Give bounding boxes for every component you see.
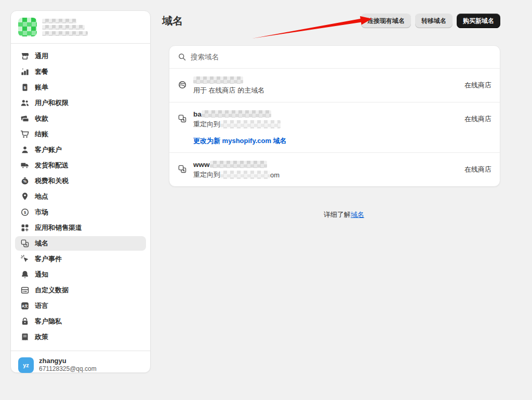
page-title: 域名 — [162, 14, 183, 28]
sidebar-item-locations[interactable]: 地点 — [15, 189, 146, 204]
sidebar-item-label: 市场 — [35, 208, 48, 217]
billing-icon: $ — [20, 83, 30, 92]
search-icon — [178, 53, 187, 61]
user-profile: yz zhangyu 671128325@qq.com — [11, 351, 150, 379]
redacted-redirect-target — [220, 120, 281, 128]
payments-icon — [20, 114, 30, 123]
sidebar-item-label: 通用 — [35, 51, 48, 61]
store-logo — [18, 18, 37, 36]
svg-text:$: $ — [24, 85, 26, 90]
settings-nav: 通用套餐$账单用户和权限收款结账客户账户发货和配送%税费和关税地点$市场应用和销… — [11, 44, 150, 351]
sidebar-item-customer-accounts[interactable]: 客户账户 — [15, 143, 146, 157]
redacted-redirect-target — [220, 171, 270, 179]
learn-more-domains-link[interactable]: 域名 — [351, 211, 364, 218]
sidebar-item-billing[interactable]: $账单 — [15, 80, 146, 95]
users-icon — [20, 98, 30, 108]
sidebar-item-label: 通知 — [35, 270, 48, 279]
avatar: yz — [18, 357, 34, 373]
sidebar-item-custom-data[interactable]: 自定义数据 — [15, 283, 146, 298]
search-domains-input[interactable] — [191, 53, 491, 61]
sidebar-item-label: 政策 — [35, 332, 48, 342]
sidebar-item-label: 地点 — [35, 192, 48, 201]
sidebar-item-label: 税费和关税 — [35, 176, 69, 186]
sidebar-item-policies[interactable]: 政策 — [15, 330, 146, 344]
sidebar-item-label: 收款 — [35, 114, 48, 123]
user-name: zhangyu — [39, 357, 97, 365]
domain-target-label: 在线商店 — [464, 165, 491, 174]
domain-list: 用于 在线商店 的主域名在线商店ba重定向到更改为新 myshopify.com… — [169, 69, 500, 186]
location-pin-icon — [20, 192, 30, 201]
sidebar-item-domains[interactable]: 域名 — [15, 236, 146, 251]
domain-target-label: 在线商店 — [464, 114, 491, 124]
money-bag-icon: % — [20, 176, 30, 186]
redacted-domain-name — [210, 161, 267, 168]
bell-icon — [20, 270, 30, 279]
markets-globe-icon: $ — [20, 208, 30, 217]
sidebar-item-label: 结账 — [35, 130, 48, 139]
store-header — [11, 11, 150, 44]
domain-row[interactable]: 用于 在线商店 的主域名在线商店 — [169, 69, 500, 102]
search-row — [169, 46, 500, 69]
sidebar-item-label: 语言 — [35, 301, 48, 311]
checkout-cart-icon — [20, 130, 30, 139]
domain-redirect-icon — [178, 114, 187, 123]
sidebar-item-taxes[interactable]: %税费和关税 — [15, 174, 146, 188]
sidebar-item-markets[interactable]: $市场 — [15, 205, 146, 220]
svg-text:$: $ — [24, 210, 26, 215]
sidebar-item-apps-channels[interactable]: 应用和销售渠道 — [15, 221, 146, 235]
sidebar-item-label: 应用和销售渠道 — [35, 223, 82, 233]
sidebar-item-label: 自定义数据 — [35, 286, 69, 295]
buy-new-domain-button[interactable]: 购买新域名 — [457, 14, 500, 28]
custom-data-icon — [20, 286, 30, 295]
domain-target-label: 在线商店 — [464, 81, 491, 90]
settings-sidebar: 通用套餐$账单用户和权限收款结账客户账户发货和配送%税费和关税地点$市场应用和销… — [10, 10, 151, 373]
policy-icon — [20, 332, 30, 342]
redacted-domain-name — [193, 76, 243, 84]
store-name-redacted — [42, 19, 88, 36]
transfer-domain-button[interactable]: 转移域名 — [415, 14, 453, 28]
sidebar-item-checkout[interactable]: 结账 — [15, 127, 146, 141]
svg-text:%: % — [23, 179, 26, 183]
sidebar-item-payments[interactable]: 收款 — [15, 111, 146, 126]
sidebar-item-shipping[interactable]: 发货和配送 — [15, 158, 146, 173]
sidebar-item-customer-events[interactable]: 客户事件 — [15, 252, 146, 266]
globe-icon — [178, 80, 187, 89]
domain-name: www — [193, 160, 458, 169]
change-myshopify-domain-link[interactable]: 更改为新 myshopify.com 域名 — [193, 136, 287, 146]
connect-existing-domain-button[interactable]: 连接现有域名 — [361, 14, 411, 28]
domain-subtitle: 重定向到 — [193, 120, 458, 129]
sidebar-item-users-permissions[interactable]: 用户和权限 — [15, 96, 146, 110]
sidebar-item-label: 客户隐私 — [35, 317, 62, 326]
sidebar-item-general[interactable]: 通用 — [15, 49, 146, 63]
sidebar-item-plan[interactable]: 套餐 — [15, 64, 146, 79]
sidebar-item-label: 用户和权限 — [35, 98, 69, 108]
sidebar-item-notifications[interactable]: 通知 — [15, 267, 146, 282]
redacted-domain-name — [202, 110, 271, 118]
sidebar-item-label: 发货和配送 — [35, 161, 69, 170]
sidebar-item-label: 客户账户 — [35, 145, 62, 154]
domain-subtitle: 重定向到 om — [193, 170, 458, 179]
domain-row[interactable]: ba重定向到更改为新 myshopify.com 域名在线商店 — [169, 102, 500, 152]
header-actions: 连接现有域名转移域名购买新域名 — [361, 14, 500, 28]
domain-redirect-icon — [178, 164, 187, 174]
sidebar-item-customer-privacy[interactable]: 客户隐私 — [15, 314, 146, 329]
domain-subtitle: 用于 在线商店 的主域名 — [193, 86, 458, 95]
sidebar-item-languages[interactable]: A文语言 — [15, 299, 146, 313]
sidebar-item-label: 客户事件 — [35, 254, 62, 264]
translate-icon: A文 — [20, 301, 30, 311]
domains-card: 用于 在线商店 的主域名在线商店ba重定向到更改为新 myshopify.com… — [169, 45, 500, 187]
svg-text:A文: A文 — [22, 304, 28, 308]
domain-name — [193, 75, 458, 85]
domains-icon — [20, 239, 30, 248]
sidebar-item-label: 域名 — [35, 239, 48, 248]
storefront-icon — [20, 51, 30, 61]
domain-info: ba重定向到更改为新 myshopify.com 域名 — [193, 109, 458, 146]
domain-info: www重定向到 om — [193, 160, 458, 179]
domain-row[interactable]: www重定向到 om在线商店 — [169, 152, 500, 186]
domain-info: 用于 在线商店 的主域名 — [193, 75, 458, 95]
user-email: 671128325@qq.com — [39, 365, 97, 373]
learn-more-text: 详细了解域名 — [156, 210, 532, 220]
main-content: 域名 连接现有域名转移域名购买新域名 用于 在线商店 的主域名在线商店ba重定向… — [156, 0, 532, 400]
sidebar-item-label: 账单 — [35, 83, 48, 92]
domain-name: ba — [193, 109, 458, 119]
